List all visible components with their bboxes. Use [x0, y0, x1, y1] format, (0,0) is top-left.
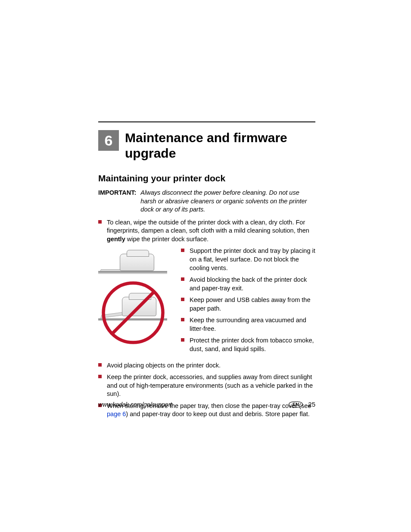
printer-dock-shape: [120, 254, 154, 271]
section-title: Maintaining your printer dock: [98, 173, 315, 184]
shelf-shape: [98, 271, 167, 273]
footer-url: www.kodak.com/go/support: [98, 401, 172, 408]
list-item: Avoid blocking the back of the printer d…: [181, 276, 315, 292]
page-footer: www.kodak.com/go/support EN 25: [98, 401, 315, 408]
rule-top: [98, 121, 315, 122]
important-text: Always disconnect the power before clean…: [139, 189, 315, 214]
list-item: Keep the printer dock, accessories, and …: [98, 373, 315, 398]
bullet-list-bottom: Avoid placing objects on the printer doc…: [98, 361, 315, 419]
printer-prohibited-illustration: [98, 280, 167, 346]
prohibit-icon: [101, 280, 165, 345]
page-number: 25: [308, 401, 315, 408]
footer-right: EN 25: [289, 401, 315, 408]
list-item: Protect the printer dock from tobacco sm…: [181, 336, 315, 353]
text-post: wipe the printer dock surface.: [125, 236, 209, 243]
text-post: ) and paper-tray door to keep out dust a…: [126, 411, 309, 417]
bullet-list-top: To clean, wipe the outside of the printe…: [98, 218, 315, 244]
bullet-list-side: Support the printer dock and tray by pla…: [181, 247, 315, 357]
text-pre: To clean, wipe the outside of the printe…: [107, 219, 309, 234]
list-item: Keep power and USB cables away from the …: [181, 296, 315, 313]
chapter-number-box: 6: [98, 130, 119, 151]
page-link[interactable]: page 6: [107, 411, 126, 417]
text-bold: gently: [107, 236, 125, 243]
printer-on-shelf-illustration: [98, 247, 167, 277]
illustration-row: Support the printer dock and tray by pla…: [98, 247, 315, 357]
illustration-column: [98, 247, 176, 357]
list-item: Keep the surrounding area vacuumed and l…: [181, 316, 315, 333]
chapter-number: 6: [105, 132, 113, 149]
language-badge: EN: [289, 401, 303, 408]
list-item: Avoid placing objects on the printer doc…: [98, 361, 315, 370]
list-item: Support the printer dock and tray by pla…: [181, 247, 315, 272]
svg-line-1: [112, 292, 154, 333]
chapter-title: Maintenance and firmware upgrade: [125, 130, 315, 161]
important-label: IMPORTANT:: [98, 189, 136, 214]
chapter-heading: 6 Maintenance and firmware upgrade: [98, 130, 315, 161]
list-item: To clean, wipe the outside of the printe…: [98, 218, 315, 244]
page-content: 6 Maintenance and firmware upgrade Maint…: [98, 121, 315, 422]
important-notice: IMPORTANT: Always disconnect the power b…: [98, 189, 315, 214]
